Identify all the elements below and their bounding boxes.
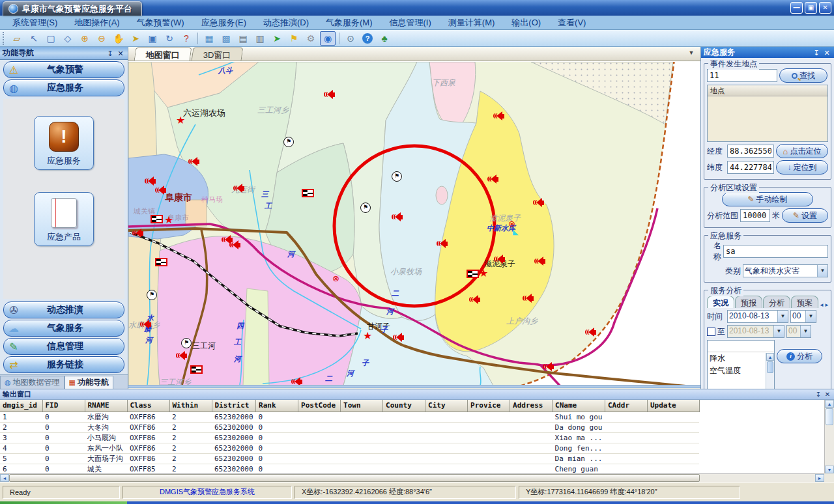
service-name-field[interactable] xyxy=(723,245,828,258)
menu-item[interactable]: 测量计算(M) xyxy=(440,16,504,30)
lake-icon[interactable]: ◣ xyxy=(513,229,518,235)
analysis-tab-预案[interactable]: 预案 xyxy=(791,296,818,308)
pin-icon[interactable]: ↧ xyxy=(814,391,822,399)
toolbar-button-identify[interactable]: ? xyxy=(179,31,194,46)
toolbar-button-emergency-globe[interactable]: ◉ xyxy=(320,31,336,46)
element-list-item[interactable]: 降水 xyxy=(708,352,774,365)
speaker-icon[interactable] xyxy=(494,255,505,264)
speaker-icon[interactable] xyxy=(523,294,534,303)
speaker-icon[interactable] xyxy=(437,239,448,248)
column-header-PostCode[interactable]: PostCode xyxy=(298,400,341,412)
station-icon[interactable]: ⚑ xyxy=(181,338,192,348)
star-icon[interactable]: ★ xyxy=(164,216,173,225)
element-list[interactable]: 降水空气温度 ▲ xyxy=(707,340,775,393)
hour-select[interactable]: 00 ▼ xyxy=(790,310,816,323)
minimize-button[interactable]: — xyxy=(790,2,803,14)
menu-item[interactable]: 气象服务(M) xyxy=(317,16,381,30)
place-list[interactable]: 地点 xyxy=(707,85,828,142)
scroll-thumb[interactable] xyxy=(826,408,833,425)
analyze-button[interactable]: i 分析 xyxy=(777,349,822,363)
column-header-dmgis_id[interactable]: dmgis_id xyxy=(0,400,42,412)
toolbar-button-pan-hand[interactable]: ✋ xyxy=(111,31,126,46)
station-icon[interactable]: ⚑ xyxy=(392,171,402,182)
tab-map-view[interactable]: 地图窗口 xyxy=(134,48,192,61)
ring-icon[interactable]: ⊗ xyxy=(508,220,515,228)
list-scrollbar[interactable]: ▲ xyxy=(766,353,774,393)
click-locate-button[interactable]: ⌂ 点击定位 xyxy=(776,144,828,158)
shortcut-emergency-product[interactable]: 应急产品 xyxy=(34,192,94,246)
toolbar-button-measure-ruler[interactable]: ▱ xyxy=(9,31,25,46)
speaker-icon[interactable] xyxy=(229,240,240,249)
toolbar-button-full-extent[interactable]: ▣ xyxy=(145,31,160,46)
station-icon[interactable]: ⚑ xyxy=(360,203,371,213)
manual-draw-button[interactable]: ✎ 手动绘制 xyxy=(722,192,813,206)
element-list-item[interactable]: 空气温度 xyxy=(708,365,774,377)
speaker-icon[interactable] xyxy=(393,333,404,342)
speaker-icon[interactable] xyxy=(533,198,544,207)
menu-item[interactable]: 气象预警(W) xyxy=(128,16,193,30)
toolbar-button-help[interactable]: ? xyxy=(360,31,375,46)
scroll-left-icon[interactable]: ◄ xyxy=(0,474,9,482)
shortcut-emergency-service[interactable]: ! 应急服务 xyxy=(34,116,94,170)
tabs-scroll-right-icon[interactable]: ► xyxy=(824,302,829,308)
tab-3d-view[interactable]: 3D窗口 xyxy=(192,48,243,61)
restore-button[interactable]: ▣ xyxy=(805,2,817,14)
star-icon[interactable]: ★ xyxy=(363,331,372,341)
toolbar-button-print-preview[interactable]: ▥ xyxy=(252,31,268,46)
speaker-icon[interactable] xyxy=(132,229,143,238)
speaker-icon[interactable] xyxy=(233,184,244,193)
analysis-tab-分析[interactable]: 分析 xyxy=(763,296,790,308)
speaker-icon[interactable] xyxy=(176,351,187,360)
toolbar-button-select-polygon[interactable]: ◇ xyxy=(60,31,76,46)
toolbar-button-pointer-arrow[interactable]: ➤ xyxy=(128,31,143,46)
date-select[interactable]: 2010-08-13 ▼ xyxy=(727,310,788,323)
table-row[interactable]: 10水磨沟OXFF8626523020000Shui mo gou xyxy=(0,412,699,422)
speaker-icon[interactable] xyxy=(493,111,504,120)
scroll-down-icon[interactable]: ▼ xyxy=(825,466,834,473)
close-icon[interactable]: ✕ xyxy=(116,49,125,58)
speaker-icon[interactable] xyxy=(145,176,156,186)
column-header-Within[interactable]: Within xyxy=(169,400,212,412)
menu-item[interactable]: 地图操作(A) xyxy=(66,16,128,30)
output-horizontal-scrollbar[interactable]: ◄ ► xyxy=(0,473,824,482)
column-header-Class[interactable]: Class xyxy=(127,400,169,412)
speaker-icon[interactable] xyxy=(291,377,302,385)
nav-section-气象服务[interactable]: ☁气象服务 xyxy=(3,320,124,337)
column-header-District[interactable]: District xyxy=(212,400,256,412)
toolbar-button-nav-arrow[interactable]: ➤ xyxy=(269,31,285,46)
toolbar-button-zoom-out[interactable]: ⊖ xyxy=(94,31,109,46)
toolbar-button-image-export[interactable]: ▩ xyxy=(218,31,234,46)
column-header-CAddr[interactable]: CAddr xyxy=(605,400,647,412)
toolbar-button-select-rectangle[interactable]: ▢ xyxy=(43,31,59,46)
tab-map-data-management[interactable]: ◍ 地图数据管理 xyxy=(0,376,65,389)
toolbar-grip[interactable] xyxy=(3,32,6,45)
speaker-icon[interactable] xyxy=(469,295,480,304)
tab-function-nav[interactable]: ▦ 功能导航 xyxy=(65,376,113,389)
analysis-tab-预报[interactable]: 预报 xyxy=(735,296,762,308)
speaker-icon[interactable] xyxy=(324,90,335,99)
menu-item[interactable]: 查看(V) xyxy=(549,16,594,30)
ring-icon[interactable]: ⊗ xyxy=(332,275,339,283)
speaker-icon[interactable] xyxy=(392,212,403,221)
column-header-Provice[interactable]: Provice xyxy=(468,400,510,412)
to-checkbox[interactable] xyxy=(707,328,715,336)
table-row[interactable]: 30小马厩沟OXFF8626523020000Xiao ma ... xyxy=(0,432,699,443)
scroll-up-icon[interactable]: ▲ xyxy=(766,353,774,361)
column-header-CName[interactable]: CName xyxy=(553,400,605,412)
column-header-RNAME[interactable]: RNAME xyxy=(85,400,127,412)
speaker-icon[interactable] xyxy=(534,257,545,266)
search-button[interactable]: 查找 xyxy=(779,68,827,83)
menu-item[interactable]: 信息管理(I) xyxy=(381,16,440,30)
element-filter-input[interactable] xyxy=(708,341,774,352)
menu-item[interactable]: 动态推演(D) xyxy=(255,16,317,30)
flag-icon[interactable] xyxy=(302,189,314,197)
flag-icon[interactable] xyxy=(190,365,203,374)
menu-item[interactable]: 系统管理(S) xyxy=(4,16,66,30)
scroll-thumb[interactable] xyxy=(9,474,700,482)
range-field[interactable] xyxy=(740,209,770,222)
station-icon[interactable]: ⚑ xyxy=(283,137,294,147)
nav-section-气象预警[interactable]: ⚠气象预警 xyxy=(3,61,124,78)
scroll-thumb[interactable] xyxy=(767,361,773,373)
toolbar-button-refresh-view[interactable]: ↻ xyxy=(162,31,177,46)
column-header-County[interactable]: County xyxy=(383,400,425,412)
